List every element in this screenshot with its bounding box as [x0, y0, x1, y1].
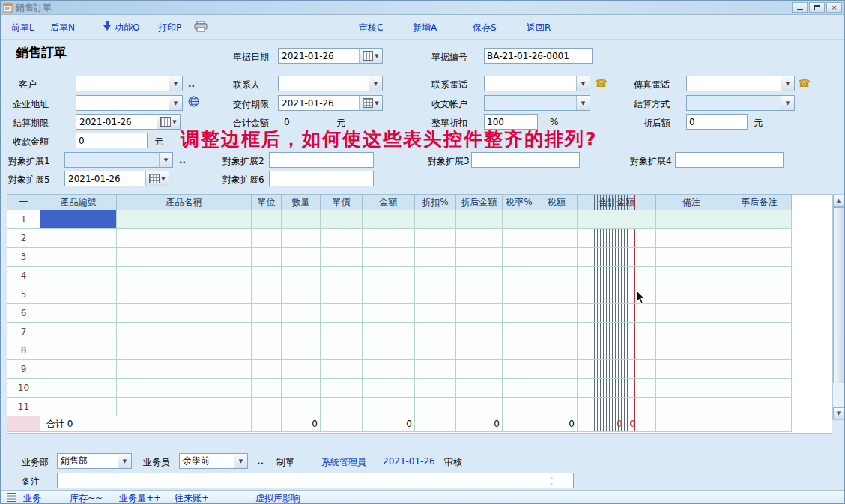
column-header[interactable]: 合計金額: [578, 194, 656, 210]
grid-cell[interactable]: [503, 398, 536, 416]
column-header[interactable]: 折后金額: [456, 194, 503, 210]
grid-cell[interactable]: [456, 229, 503, 248]
grid-cell[interactable]: [578, 323, 656, 341]
grid-cell[interactable]: [282, 323, 321, 341]
row-number[interactable]: 1: [7, 210, 40, 229]
grid-cell[interactable]: [578, 304, 656, 323]
ext2-input[interactable]: [269, 152, 374, 168]
doc-no-input[interactable]: [484, 48, 593, 64]
grid-cell[interactable]: [321, 210, 363, 229]
grid-cell[interactable]: [40, 379, 117, 398]
grid-cell[interactable]: [363, 267, 415, 285]
grid-cell[interactable]: [117, 285, 252, 304]
grid-cell[interactable]: [117, 323, 252, 341]
grid-cell[interactable]: [656, 341, 727, 360]
chevron-down-icon[interactable]: ▼: [576, 96, 590, 110]
grid-cell[interactable]: [656, 248, 727, 267]
fax-combo[interactable]: ▼: [686, 76, 795, 91]
grid-cell[interactable]: [503, 210, 536, 229]
scroll-up-button[interactable]: ▲: [833, 195, 844, 207]
grid-cell[interactable]: [321, 379, 363, 398]
grid-cell[interactable]: [252, 323, 282, 341]
column-header[interactable]: 單位: [252, 194, 282, 210]
remark-input[interactable]: ⌃⌄: [57, 473, 574, 488]
calendar-dropdown-button[interactable]: ▼: [359, 96, 382, 110]
grid-cell[interactable]: [363, 323, 415, 341]
grid-cell[interactable]: [363, 398, 415, 416]
grid-cell[interactable]: [117, 248, 252, 267]
scroll-thumb[interactable]: [833, 207, 844, 383]
grid-cell[interactable]: [578, 398, 656, 416]
grid-cell[interactable]: [456, 248, 503, 267]
grid-cell[interactable]: [321, 248, 363, 267]
chevron-down-icon[interactable]: ▼: [781, 96, 794, 110]
grid-cell[interactable]: [117, 379, 252, 398]
grid-cell[interactable]: [117, 398, 252, 416]
grid-cell[interactable]: [363, 304, 415, 323]
grid-cell[interactable]: [321, 323, 363, 341]
grid-cell[interactable]: [40, 341, 117, 360]
grid-cell[interactable]: [578, 267, 656, 285]
selected-cell[interactable]: [40, 210, 117, 229]
grid-cell[interactable]: [503, 323, 536, 341]
phone-icon[interactable]: ☎: [595, 78, 608, 88]
phone-icon[interactable]: ☎: [798, 78, 811, 88]
grid-cell[interactable]: [415, 304, 456, 323]
grid-cell[interactable]: [117, 341, 252, 360]
customer-combo[interactable]: ▼: [76, 76, 183, 91]
ext5-date-combo[interactable]: 2021-01-26 ▼: [64, 171, 169, 186]
row-number[interactable]: 9: [7, 360, 40, 379]
close-button[interactable]: ×: [826, 2, 842, 13]
row-number[interactable]: 11: [7, 398, 40, 416]
grid-cell[interactable]: [282, 229, 321, 248]
grid-cell[interactable]: [536, 210, 578, 229]
grid-cell[interactable]: [252, 248, 282, 267]
grid-cell[interactable]: [536, 248, 578, 267]
grid-cell[interactable]: [456, 210, 503, 229]
grid-cell[interactable]: [40, 323, 117, 341]
grid-cell[interactable]: [727, 285, 792, 304]
chevron-down-icon[interactable]: ▼: [234, 454, 247, 468]
grid-cell[interactable]: [415, 341, 456, 360]
grid-cell[interactable]: [321, 304, 363, 323]
settle-method-combo[interactable]: ▼: [686, 95, 795, 111]
grid-cell[interactable]: [117, 267, 252, 285]
statusbar-link-accounts[interactable]: 往来账+: [175, 492, 209, 504]
row-number[interactable]: 3: [7, 248, 40, 267]
address-combo[interactable]: ▼: [76, 95, 183, 111]
grid-cell[interactable]: [415, 210, 456, 229]
column-header[interactable]: 事后备注: [727, 194, 792, 210]
grid-cell[interactable]: [252, 267, 282, 285]
grid-cell[interactable]: [536, 379, 578, 398]
grid-cell[interactable]: [456, 379, 503, 398]
grid-cell[interactable]: [456, 323, 503, 341]
chevron-down-icon[interactable]: ▼: [159, 153, 172, 167]
statusbar-link-business[interactable]: 业务: [23, 492, 41, 504]
delivery-date-combo[interactable]: 2021-01-26 ▼: [278, 95, 383, 111]
grid-cell[interactable]: [456, 304, 503, 323]
grid-cell[interactable]: [363, 379, 415, 398]
grid-cell[interactable]: [656, 229, 727, 248]
corner-header[interactable]: 一: [7, 194, 40, 210]
grid-cell[interactable]: [252, 229, 282, 248]
grid-cell[interactable]: [727, 341, 792, 360]
scroll-down-button[interactable]: ▼: [833, 407, 844, 419]
grid-cell[interactable]: [282, 379, 321, 398]
grid-cell[interactable]: [40, 267, 117, 285]
grid-cell[interactable]: [578, 379, 656, 398]
grid-cell[interactable]: [536, 304, 578, 323]
grid-cell[interactable]: [363, 285, 415, 304]
chevron-down-icon[interactable]: ▼: [781, 76, 794, 91]
grid-cell[interactable]: [321, 229, 363, 248]
calendar-dropdown-button[interactable]: ▼: [157, 115, 180, 129]
grid-cell[interactable]: [282, 248, 321, 267]
grid-cell[interactable]: [727, 379, 792, 398]
after-discount-input[interactable]: [686, 114, 748, 130]
chevron-down-icon[interactable]: ▼: [169, 96, 182, 110]
salesman-combo[interactable]: 余學前 ▼: [179, 453, 248, 469]
grid-cell[interactable]: [536, 398, 578, 416]
grid-cell[interactable]: [415, 267, 456, 285]
grid-cell[interactable]: [117, 229, 252, 248]
grid-cell[interactable]: [321, 285, 363, 304]
grid-cell[interactable]: [656, 360, 727, 379]
